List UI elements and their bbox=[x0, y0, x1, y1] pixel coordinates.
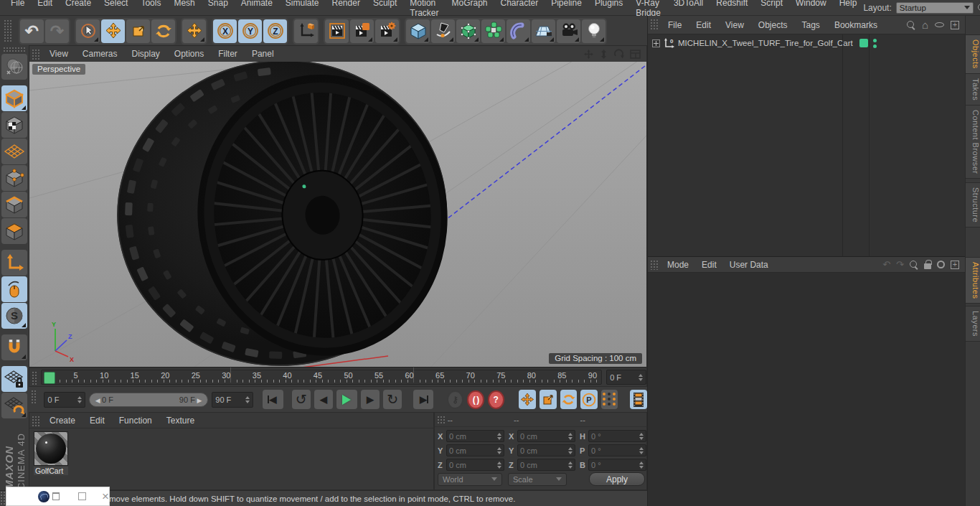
material-menu-edit[interactable]: Edit bbox=[83, 413, 112, 428]
status-grip[interactable] bbox=[0, 491, 6, 506]
add-spline-pen-button[interactable] bbox=[431, 19, 455, 43]
polygons-mode-button[interactable] bbox=[1, 218, 27, 244]
om-menu-view[interactable]: View bbox=[718, 18, 751, 32]
object-row[interactable]: 0 MICHELIN_X_Tweel_TURF_Tire_for_Golf_Ca… bbox=[648, 34, 965, 48]
rotation-h-field[interactable]: 0 ° bbox=[588, 430, 646, 442]
preview-range-slider[interactable]: ◀ 0 F 90 F ▶ bbox=[89, 393, 209, 407]
last-used-tool-button[interactable] bbox=[182, 19, 206, 43]
add-cube-button[interactable] bbox=[406, 19, 430, 43]
om-menu-file[interactable]: File bbox=[661, 18, 689, 32]
om-menu-objects[interactable]: Objects bbox=[751, 18, 795, 32]
position-z-field[interactable]: 0 cm bbox=[446, 459, 504, 471]
timeline-grip[interactable] bbox=[31, 370, 38, 385]
tab-takes[interactable]: Takes bbox=[966, 73, 980, 106]
scale-tool-button[interactable] bbox=[126, 19, 150, 43]
material-grip[interactable] bbox=[31, 415, 39, 426]
rotation-b-field[interactable]: 0 ° bbox=[588, 459, 646, 471]
transform-mode-dropdown[interactable]: Scale bbox=[508, 473, 567, 486]
tab-objects[interactable]: Objects bbox=[966, 34, 980, 74]
play-button[interactable] bbox=[336, 390, 357, 409]
search-icon[interactable] bbox=[907, 21, 915, 29]
material-item[interactable]: GolfCart bbox=[34, 431, 68, 476]
viewport-menu-options[interactable]: Options bbox=[167, 47, 211, 61]
floor-environment-button[interactable] bbox=[532, 19, 555, 43]
position-y-field[interactable]: 0 cm bbox=[446, 444, 504, 456]
history-back-icon[interactable]: ↶ bbox=[882, 260, 890, 269]
play-forwards-button[interactable]: ↻ bbox=[383, 390, 402, 409]
move-tool-button[interactable] bbox=[101, 19, 125, 43]
lock-icon[interactable] bbox=[924, 263, 931, 269]
goto-end-button[interactable]: ▶ bbox=[413, 390, 434, 409]
z-axis-lock-button[interactable]: Z bbox=[263, 19, 287, 43]
tweak-mode-button[interactable] bbox=[1, 276, 27, 302]
render-view-button[interactable] bbox=[325, 19, 349, 43]
x-axis-lock-button[interactable]: X bbox=[213, 19, 237, 43]
mode-toolbar-grip[interactable] bbox=[2, 46, 27, 52]
add-icon[interactable]: + bbox=[951, 261, 959, 269]
model-mode-button[interactable] bbox=[1, 85, 27, 111]
am-menu-user-data[interactable]: User Data bbox=[723, 258, 775, 272]
viewport-menu-view[interactable]: View bbox=[42, 47, 75, 61]
track-icon[interactable] bbox=[937, 261, 945, 268]
viewport-menu-cameras[interactable]: Cameras bbox=[75, 47, 125, 61]
filter-eye-icon[interactable] bbox=[935, 22, 944, 27]
transport-grip[interactable] bbox=[30, 389, 37, 405]
frame-stepper[interactable] bbox=[639, 374, 643, 381]
om-menu-bookmarks[interactable]: Bookmarks bbox=[827, 18, 885, 32]
pan-view-icon[interactable] bbox=[583, 49, 594, 60]
viewport-grip[interactable] bbox=[31, 48, 39, 60]
subdivision-surface-button[interactable] bbox=[456, 19, 480, 43]
record-rotation-toggle[interactable] bbox=[560, 390, 578, 409]
attribute-manager-area[interactable] bbox=[648, 273, 965, 506]
size-x-field[interactable]: 0 cm bbox=[517, 430, 575, 442]
material-thumbnail[interactable] bbox=[34, 431, 68, 466]
range-start-stepper[interactable] bbox=[77, 396, 82, 403]
live-selection-button[interactable] bbox=[76, 19, 100, 43]
tab-structure[interactable]: Structure bbox=[966, 182, 980, 228]
position-x-field[interactable]: 0 cm bbox=[446, 430, 504, 442]
add-icon[interactable]: + bbox=[951, 21, 959, 29]
rotate-view-icon[interactable] bbox=[613, 49, 624, 60]
display-tag-icon[interactable] bbox=[859, 39, 868, 47]
material-menu-function[interactable]: Function bbox=[112, 413, 159, 428]
range-end-stepper[interactable] bbox=[245, 396, 250, 403]
coordinate-grip[interactable] bbox=[436, 415, 445, 425]
mograph-cloner-button[interactable] bbox=[481, 19, 505, 43]
expand-icon[interactable] bbox=[652, 39, 660, 47]
restore-window-icon[interactable] bbox=[52, 492, 60, 500]
object-tree[interactable]: 0 MICHELIN_X_Tweel_TURF_Tire_for_Golf_Ca… bbox=[648, 34, 965, 256]
apply-button[interactable]: Apply bbox=[589, 472, 645, 486]
coordinate-system-dropdown[interactable]: World bbox=[438, 473, 502, 486]
range-start-field[interactable]: 0 F bbox=[44, 392, 85, 408]
layout-dropdown[interactable]: Startup bbox=[896, 2, 974, 14]
current-frame-field[interactable]: 0 F bbox=[606, 370, 646, 385]
object-name[interactable]: MICHELIN_X_Tweel_TURF_Tire_for_Golf_Cart bbox=[678, 39, 853, 47]
viewport-canvas[interactable]: Y Z X Perspective Grid Spacing : 100 cm bbox=[29, 62, 646, 367]
material-name[interactable]: GolfCart bbox=[34, 467, 68, 475]
render-settings-button[interactable] bbox=[375, 19, 399, 43]
history-forward-icon[interactable]: ↷ bbox=[896, 260, 904, 269]
size-z-field[interactable]: 0 cm bbox=[517, 459, 575, 471]
playhead[interactable] bbox=[44, 372, 55, 384]
material-menu-texture[interactable]: Texture bbox=[159, 413, 202, 428]
record-position-toggle[interactable] bbox=[519, 390, 536, 409]
am-menu-edit[interactable]: Edit bbox=[695, 258, 723, 272]
viewport-menu-filter[interactable]: Filter bbox=[211, 47, 245, 61]
enable-snap-button[interactable] bbox=[1, 334, 27, 360]
autokeying-button[interactable]: ( ) bbox=[467, 390, 484, 409]
tab-content-browser[interactable]: Content Browser bbox=[966, 105, 980, 179]
home-icon[interactable]: ⌂ bbox=[922, 19, 928, 30]
animation-help-button[interactable]: ? bbox=[488, 390, 504, 409]
make-editable-button[interactable] bbox=[1, 54, 27, 80]
camera-label[interactable]: Perspective bbox=[32, 64, 85, 75]
play-backwards-button[interactable]: ↺ bbox=[292, 390, 311, 409]
texture-mode-button[interactable] bbox=[1, 112, 27, 138]
toolbar-grip[interactable] bbox=[3, 19, 11, 43]
align-workplane-button[interactable] bbox=[1, 393, 27, 418]
tab-attributes[interactable]: Attributes bbox=[966, 257, 980, 304]
object-manager-grip[interactable] bbox=[649, 18, 658, 29]
next-frame-button[interactable]: ▶ bbox=[361, 390, 380, 409]
goto-start-button[interactable]: ◀ bbox=[263, 390, 283, 409]
record-parameter-toggle[interactable]: P bbox=[580, 390, 598, 409]
tab-layers[interactable]: Layers bbox=[966, 306, 980, 342]
